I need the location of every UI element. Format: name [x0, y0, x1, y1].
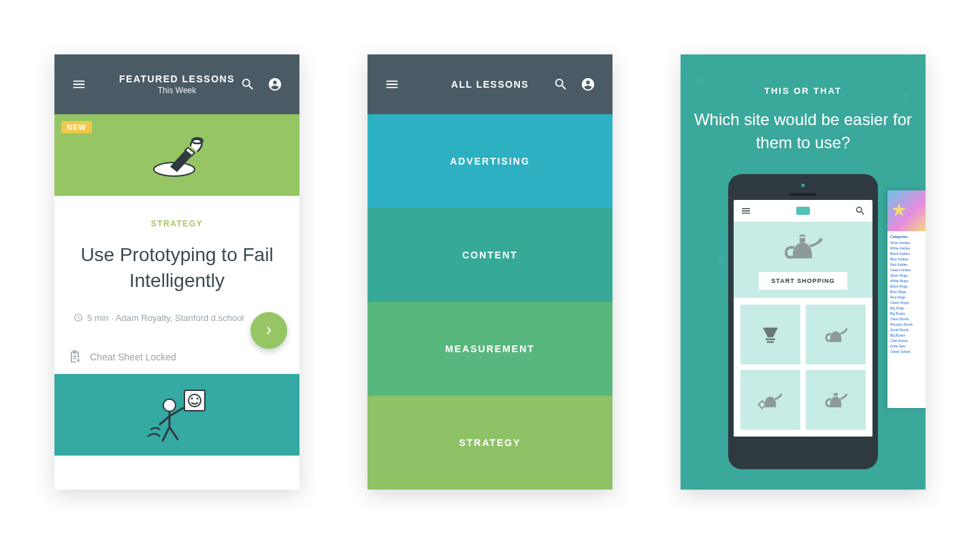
appbar: ALL LESSONS: [368, 54, 612, 114]
kettle-icon: [822, 323, 849, 346]
option-b-category-link[interactable]: Silver Mugs: [890, 273, 923, 278]
appbar: FEATURED LESSONS This Week: [54, 54, 299, 114]
category-list: ADVERTISING CONTENT MEASUREMENT STRATEGY: [368, 114, 612, 490]
option-b-category-link[interactable]: Green Kettles: [890, 267, 923, 273]
product-tile[interactable]: [806, 305, 866, 364]
lesson-title: Use Prototyping to Fail Intelligently: [72, 242, 282, 294]
option-b-category-link[interactable]: Red Kettles: [890, 262, 923, 267]
category-label: CONTENT: [462, 250, 518, 260]
svg-point-5: [191, 397, 193, 399]
quiz-question: Which site would be easier for them to u…: [693, 108, 913, 154]
option-b-category-link[interactable]: Silver Kettles: [890, 240, 923, 245]
category-strategy[interactable]: STRATEGY: [368, 396, 612, 490]
category-advertising[interactable]: ADVERTISING: [368, 114, 612, 208]
lesson-card-body: STRATEGY Use Prototyping to Fail Intelli…: [54, 196, 299, 330]
svg-rect-8: [800, 238, 805, 242]
option-b-hero: [887, 190, 926, 231]
start-lesson-button[interactable]: [250, 312, 287, 349]
quiz-eyebrow: THIS OR THAT: [764, 86, 842, 96]
lesson-card-hero[interactable]: NEW: [54, 114, 299, 196]
option-b-category-link[interactable]: Big Bowls: [890, 333, 923, 338]
logo-icon: [796, 207, 810, 215]
option-b-category-link[interactable]: Big Bowls: [890, 311, 923, 316]
search-icon[interactable]: [547, 71, 574, 98]
writing-illustration-icon: [143, 131, 211, 179]
category-label: STRATEGY: [459, 437, 521, 448]
kettle-icon: [822, 388, 849, 411]
screen-this-or-that: THIS OR THAT Which site would be easier …: [681, 54, 926, 490]
dripper-icon: [759, 323, 782, 346]
option-b-category-link[interactable]: Small Bowls: [890, 327, 923, 333]
lesson-card-hero-2[interactable]: [54, 374, 299, 456]
option-b-category-link[interactable]: Blue Mugs: [890, 289, 923, 294]
category-label: MEASUREMENT: [445, 343, 535, 354]
svg-rect-10: [834, 393, 838, 396]
option-b-category-link[interactable]: Black Mugs: [890, 284, 923, 289]
svg-point-7: [163, 399, 176, 411]
option-a-screen: START SHOPPING: [734, 200, 872, 437]
search-icon[interactable]: [234, 71, 261, 98]
option-b-category-link[interactable]: White Mugs: [890, 278, 923, 284]
category-label: ADVERTISING: [450, 156, 530, 167]
option-b-category-link[interactable]: Big Mugs: [890, 305, 923, 311]
option-b-category-link[interactable]: Wooden Bowls: [890, 322, 923, 327]
start-shopping-button[interactable]: START SHOPPING: [759, 272, 847, 290]
option-b-category-link[interactable]: White Kettles: [890, 245, 923, 251]
lesson-meta: 5 min · Adam Royalty, Stanford d.school: [72, 313, 282, 323]
star-icon: [892, 203, 906, 218]
option-b-category-link[interactable]: Greek Salves: [890, 349, 923, 354]
kettle-icon: [779, 231, 827, 264]
option-b-categories-header: Categories: [890, 234, 923, 239]
product-tile[interactable]: [740, 370, 800, 430]
option-b-category-link[interactable]: Black Kettles: [890, 251, 923, 256]
cheat-sheet-locked-label: Cheat Sheet Locked: [90, 352, 176, 362]
person-smiley-illustration-icon: [140, 388, 214, 442]
chevron-right-icon: [261, 323, 276, 338]
badge-new: NEW: [61, 121, 92, 133]
option-b-category-link[interactable]: Knife Sets: [890, 343, 923, 349]
option-b-category-link[interactable]: Glass Bowls: [890, 316, 923, 322]
category-content[interactable]: CONTENT: [368, 208, 612, 302]
clock-icon: [74, 313, 83, 322]
menu-icon[interactable]: [65, 71, 93, 98]
option-b-category-link[interactable]: Red Mugs: [890, 294, 923, 300]
screen-all-lessons: ALL LESSONS ADVERTISING CONTENT MEASUREM…: [368, 54, 612, 490]
screen-featured-lessons: FEATURED LESSONS This Week NEW STRATEGY …: [54, 54, 299, 490]
lesson-feed: NEW STRATEGY Use Prototyping to Fail Int…: [54, 114, 299, 490]
option-b-category-link[interactable]: Green Mugs: [890, 300, 923, 305]
menu-icon[interactable]: [378, 71, 406, 98]
option-b-site[interactable]: Categories Silver KettlesWhite KettlesBl…: [887, 190, 926, 408]
product-tile[interactable]: [806, 370, 866, 430]
lesson-category-label: STRATEGY: [72, 219, 282, 228]
account-icon[interactable]: [261, 71, 289, 98]
svg-rect-3: [184, 390, 205, 411]
account-icon[interactable]: [574, 71, 602, 98]
menu-icon: [740, 205, 751, 216]
category-measurement[interactable]: MEASUREMENT: [368, 302, 612, 396]
kettle-icon: [757, 388, 784, 411]
product-tile[interactable]: [740, 305, 800, 364]
svg-point-6: [197, 397, 199, 399]
clipboard-lock-icon: [68, 350, 82, 364]
option-b-category-list: Silver KettlesWhite KettlesBlack Kettles…: [890, 240, 923, 354]
option-b-category-link[interactable]: Blue Kettles: [890, 256, 923, 262]
search-icon: [855, 205, 866, 216]
lesson-meta-text: 5 min · Adam Royalty, Stanford d.school: [87, 313, 244, 323]
option-b-category-link[interactable]: Chef Extras: [890, 338, 923, 343]
option-a-phone[interactable]: START SHOPPING: [728, 174, 878, 469]
